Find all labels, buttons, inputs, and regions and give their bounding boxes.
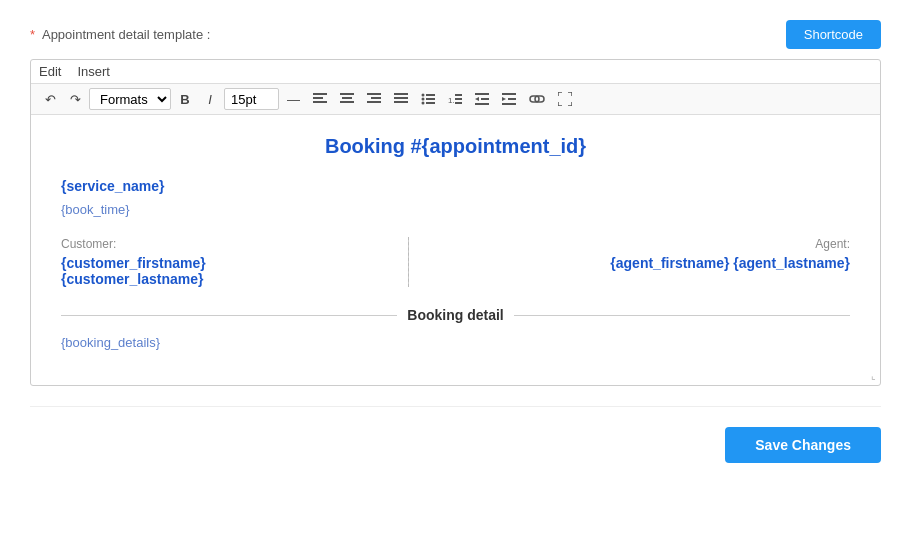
customer-firstname: {customer_firstname} [61, 255, 206, 271]
fullscreen-btn[interactable] [553, 88, 577, 110]
customer-column: Customer: {customer_firstname} {customer… [61, 237, 206, 287]
svg-rect-28 [508, 98, 516, 100]
svg-rect-26 [502, 93, 516, 95]
svg-point-16 [422, 102, 425, 105]
separator-btn[interactable]: — [282, 88, 305, 110]
svg-point-12 [422, 94, 425, 97]
booking-detail-row: Booking detail [61, 307, 850, 323]
font-size-input[interactable] [224, 88, 279, 110]
svg-text:1.: 1. [448, 96, 455, 105]
svg-rect-19 [455, 94, 462, 96]
svg-rect-8 [367, 101, 381, 103]
svg-rect-2 [313, 101, 327, 103]
content-service-name: {service_name} [61, 178, 850, 194]
field-label: * Appointment detail template : [30, 27, 210, 42]
svg-rect-7 [371, 97, 381, 99]
svg-rect-24 [481, 98, 489, 100]
resize-handle[interactable]: ⌞ [871, 370, 876, 381]
svg-rect-4 [342, 97, 352, 99]
align-center-btn[interactable] [335, 88, 359, 110]
editor-content[interactable]: Booking #{appointment_id} {service_name}… [31, 115, 880, 385]
italic-button[interactable]: I [199, 88, 221, 110]
footer-row: Save Changes [30, 427, 881, 483]
svg-rect-15 [426, 98, 435, 100]
svg-rect-22 [475, 93, 489, 95]
menu-insert[interactable]: Insert [77, 64, 110, 79]
agent-label: Agent: [610, 237, 850, 251]
svg-rect-10 [394, 97, 408, 99]
svg-rect-3 [340, 93, 354, 95]
menu-edit[interactable]: Edit [39, 64, 61, 79]
undo-button[interactable]: ↶ [39, 88, 61, 110]
content-title: Booking #{appointment_id} [61, 135, 850, 158]
field-label-text: Appointment detail template : [42, 27, 210, 42]
svg-rect-20 [455, 98, 462, 100]
svg-rect-0 [313, 93, 327, 95]
editor-wrapper: Edit Insert ↶ ↷ Formats B I — [30, 59, 881, 386]
redo-button[interactable]: ↷ [64, 88, 86, 110]
save-changes-button[interactable]: Save Changes [725, 427, 881, 463]
booking-details-var: {booking_details} [61, 335, 850, 350]
svg-rect-21 [455, 102, 462, 104]
booking-detail-heading: Booking detail [397, 307, 513, 323]
editor-toolbar: ↶ ↷ Formats B I — [31, 84, 880, 115]
svg-rect-29 [502, 103, 516, 105]
shortcode-button[interactable]: Shortcode [786, 20, 881, 49]
svg-marker-27 [502, 97, 506, 101]
required-marker: * [30, 27, 35, 42]
svg-rect-6 [367, 93, 381, 95]
svg-rect-1 [313, 97, 323, 99]
content-book-time: {book_time} [61, 202, 850, 217]
svg-rect-25 [475, 103, 489, 105]
list-ul-btn[interactable] [416, 88, 440, 110]
customer-lastname: {customer_lastname} [61, 271, 206, 287]
editor-menubar: Edit Insert [31, 60, 880, 84]
divider [30, 406, 881, 407]
indent-btn[interactable] [497, 88, 521, 110]
align-right-btn[interactable] [362, 88, 386, 110]
align-left-btn[interactable] [308, 88, 332, 110]
svg-rect-13 [426, 94, 435, 96]
link-btn[interactable] [524, 88, 550, 110]
svg-rect-11 [394, 101, 408, 103]
svg-marker-23 [475, 97, 479, 101]
list-ol-btn[interactable]: 1. [443, 88, 467, 110]
customer-label: Customer: [61, 237, 206, 251]
agent-name: {agent_firstname} {agent_lastname} [610, 255, 850, 271]
bd-line-right [514, 315, 850, 316]
svg-rect-5 [340, 101, 354, 103]
column-divider [408, 237, 409, 287]
content-columns: Customer: {customer_firstname} {customer… [61, 237, 850, 287]
bold-button[interactable]: B [174, 88, 196, 110]
svg-rect-9 [394, 93, 408, 95]
bd-line-left [61, 315, 397, 316]
outdent-btn[interactable] [470, 88, 494, 110]
agent-column: Agent: {agent_firstname} {agent_lastname… [610, 237, 850, 287]
align-justify-btn[interactable] [389, 88, 413, 110]
svg-rect-17 [426, 102, 435, 104]
svg-point-14 [422, 98, 425, 101]
formats-dropdown[interactable]: Formats [89, 88, 171, 110]
